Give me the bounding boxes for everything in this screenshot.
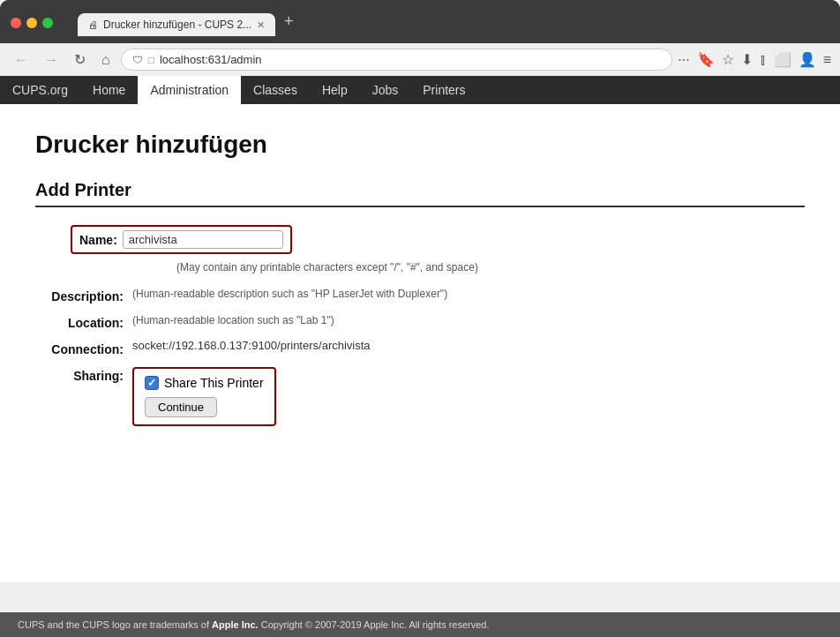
home-button[interactable]: ⌂	[96, 50, 116, 70]
connection-value: socket://192.168.0.137:9100/printers/arc…	[132, 339, 371, 352]
sharing-row: Sharing: ✓ Share This Printer Continue	[35, 365, 805, 426]
toolbar: ← → ↻ ⌂ 🛡 □ ··· 🔖 ☆ ⬇ ⫿ ⬜ 👤 ≡	[0, 43, 840, 76]
share-checkbox[interactable]: ✓	[145, 376, 159, 390]
cups-navigation: CUPS.org Home Administration Classes Hel…	[0, 76, 840, 104]
security-icon: 🛡	[132, 54, 143, 66]
traffic-lights	[11, 18, 53, 28]
browser-toolbar-icons: ··· 🔖 ☆ ⬇ ⫿ ⬜ 👤 ≡	[678, 51, 831, 68]
continue-button[interactable]: Continue	[145, 397, 217, 417]
name-label: Name:	[79, 233, 117, 247]
page-heading: Drucker hinzufügen	[35, 131, 805, 159]
section-heading: Add Printer	[35, 180, 805, 207]
maximize-button[interactable]	[42, 18, 53, 28]
profile-icon[interactable]: 👤	[799, 51, 816, 68]
minimize-button[interactable]	[26, 18, 37, 28]
share-checkbox-row: ✓ Share This Printer	[145, 376, 264, 390]
name-hint: (May contain any printable characters ex…	[176, 261, 478, 274]
location-row: Location: (Human-readable location such …	[35, 312, 805, 330]
sharing-label: Sharing:	[35, 365, 132, 383]
description-row: Description: (Human-readable description…	[35, 286, 805, 304]
page-content: Drucker hinzufügen Add Printer Name: (Ma…	[0, 104, 840, 582]
connection-label: Connection:	[35, 339, 132, 356]
address-bar-input[interactable]	[160, 53, 661, 66]
back-button[interactable]: ←	[9, 50, 34, 70]
new-tab-button[interactable]: +	[277, 9, 301, 34]
nav-help[interactable]: Help	[310, 76, 360, 104]
footer-text-before: CUPS and the CUPS logo are trademarks of	[18, 619, 212, 630]
forward-button[interactable]: →	[39, 50, 64, 70]
tab-close-icon[interactable]: ✕	[257, 19, 265, 31]
nav-home[interactable]: Home	[80, 76, 138, 104]
more-options-icon[interactable]: ···	[678, 52, 689, 68]
nav-jobs[interactable]: Jobs	[360, 76, 411, 104]
connection-row: Connection: socket://192.168.0.137:9100/…	[35, 339, 805, 356]
footer-brand: Apple Inc.	[212, 619, 259, 630]
nav-classes[interactable]: Classes	[241, 76, 310, 104]
name-field-box: Name:	[71, 225, 292, 254]
footer: CUPS and the CUPS logo are trademarks of…	[0, 612, 840, 637]
active-tab[interactable]: 🖨 Drucker hinzufügen - CUPS 2... ✕	[78, 13, 275, 36]
library-icon[interactable]: ⫿	[760, 52, 767, 68]
nav-printers[interactable]: Printers	[410, 76, 477, 104]
synced-tabs-icon[interactable]: ⬜	[774, 51, 791, 68]
description-label: Description:	[35, 286, 132, 304]
url-divider: □	[148, 54, 154, 66]
nav-administration[interactable]: Administration	[138, 76, 241, 104]
close-button[interactable]	[11, 18, 21, 28]
description-hint: (Human-readable description such as "HP …	[132, 288, 447, 300]
bookmarks-icon[interactable]: 🔖	[697, 51, 715, 68]
refresh-button[interactable]: ↻	[69, 49, 91, 70]
share-checkbox-label: Share This Printer	[164, 376, 264, 390]
location-label: Location:	[35, 312, 132, 330]
address-bar-container: 🛡 □	[121, 49, 673, 71]
download-icon[interactable]: ⬇	[741, 51, 753, 68]
nav-cups-org[interactable]: CUPS.org	[0, 76, 80, 104]
location-hint: (Human-readable location such as "Lab 1"…	[132, 314, 334, 326]
menu-icon[interactable]: ≡	[823, 52, 831, 68]
tab-title: Drucker hinzufügen - CUPS 2...	[103, 19, 251, 31]
tab-favicon: 🖨	[88, 19, 98, 30]
name-input[interactable]	[123, 230, 283, 249]
sharing-box: ✓ Share This Printer Continue	[132, 367, 276, 426]
star-icon[interactable]: ☆	[722, 51, 734, 68]
footer-text-after: Copyright © 2007-2019 Apple Inc. All rig…	[259, 619, 490, 630]
